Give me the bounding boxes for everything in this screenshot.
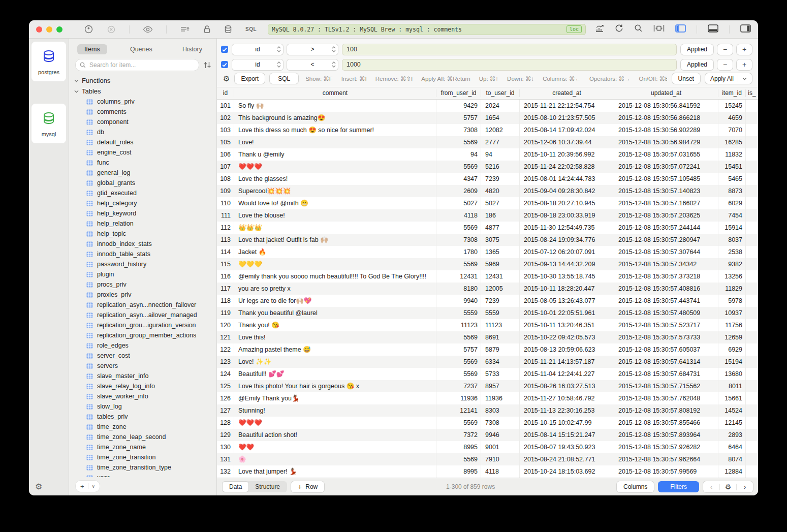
sidebar-table-item[interactable]: columns_priv [74,97,216,107]
cell-item-id[interactable]: 15914 [718,222,746,234]
cell-comment[interactable]: Beautiful action shot! [234,429,436,441]
sidebar-table-item[interactable]: func [74,158,216,168]
cell-created-at[interactable]: 2015-08-05 13:26:43.077 [520,295,614,307]
cell-created-at[interactable]: 2015-09-13 14:44:32.209 [520,258,614,270]
cell-from-user-id[interactable]: 11936 [436,392,481,404]
cell-updated-at[interactable]: 2015-12-08 15:30:57.280947 [614,234,718,246]
cell-comment[interactable]: Love! ✨✨ [234,356,436,368]
cell-is[interactable] [746,100,758,112]
cell-item-id[interactable]: 6464 [718,441,746,453]
cell-to-user-id[interactable]: 5969 [481,258,520,270]
cell-updated-at[interactable]: 2015-12-08 15:30:57.307644 [614,246,718,258]
filter-enabled-checkbox[interactable] [221,46,228,53]
sql-button[interactable]: SQL [270,73,298,84]
cell-updated-at[interactable]: 2015-12-08 15:30:57.166027 [614,197,718,209]
cell-from-user-id[interactable]: 9940 [436,295,481,307]
cell-comment[interactable]: Love the blouse! [234,209,436,222]
cell-item-id[interactable]: 15194 [718,356,746,368]
unset-button[interactable]: Unset [672,73,700,84]
sidebar-table-item[interactable]: user [74,473,216,477]
table-row[interactable]: 124 Beautiful!! 💕💕 5569 5733 2015-11-04 … [217,368,758,380]
cell-from-user-id[interactable]: 5569 [436,136,481,148]
table-row[interactable]: 110 Would love to! @mith 😬 5027 5027 201… [217,197,758,209]
column-header-item-id[interactable]: item_id [718,89,746,97]
cell-comment[interactable]: ❤️❤️❤️ [234,161,436,173]
table-row[interactable]: 130 ❤️❤️ 8995 9001 2015-08-07 19:43:50.9… [217,441,758,453]
cell-from-user-id[interactable]: 12431 [436,270,481,283]
cell-id[interactable]: 103 [217,124,234,136]
cell-updated-at[interactable]: 2015-12-08 15:30:57.140823 [614,185,718,197]
table-row[interactable]: 113 Love that jacket! Outfit is fab 🙌🏼 7… [217,234,758,246]
cell-to-user-id[interactable]: 5216 [481,161,520,173]
cell-updated-at[interactable]: 2015-12-08 15:30:57.373218 [614,270,718,283]
filter-value-input[interactable] [342,59,677,71]
remove-filter-button[interactable]: − [717,44,733,55]
cell-comment[interactable]: Thank you beautiful @laurel [234,307,436,319]
cell-is[interactable] [746,246,758,258]
sidebar-table-item[interactable]: replication_asyn...ailover_managed [74,310,216,320]
cell-is[interactable] [746,124,758,136]
sidebar-table-item[interactable]: servers [74,361,216,371]
columns-button[interactable]: Columns [617,481,654,492]
cell-to-user-id[interactable]: 7308 [481,417,520,429]
cell-is[interactable] [746,270,758,283]
cell-from-user-id[interactable]: 5559 [436,307,481,319]
cell-created-at[interactable]: 2015-11-30 12:54:49.735 [520,222,614,234]
filter-applied-button[interactable]: Applied [681,59,713,70]
table-row[interactable]: 108 Love the glasses! 4347 7239 2015-08-… [217,173,758,185]
refresh-icon[interactable] [615,24,623,35]
table-row[interactable]: 115 💛💛💛 5569 5969 2015-09-13 14:44:32.20… [217,258,758,270]
cell-to-user-id[interactable]: 12431 [481,270,520,283]
cell-id[interactable]: 129 [217,429,234,441]
cell-to-user-id[interactable]: 7910 [481,453,520,465]
cell-item-id[interactable]: 9382 [718,258,746,270]
table-row[interactable]: 120 Thank you! 😘 11123 11123 2015-10-11 … [217,319,758,331]
cell-created-at[interactable]: 2015-07-12 06:20:07.091 [520,246,614,258]
cell-from-user-id[interactable]: 7372 [436,429,481,441]
table-settings-gear-icon[interactable]: ⚙ [720,481,736,492]
cell-comment[interactable]: Love this dress so much 😍 so nice for su… [234,124,436,136]
column-header-updated-at[interactable]: updated_at [614,89,718,97]
cell-updated-at[interactable]: 2015-12-08 15:30:57.99569 [614,465,718,478]
cell-item-id[interactable]: 15245 [718,100,746,112]
filter-field-select[interactable]: id [232,44,283,55]
cell-item-id[interactable]: 8074 [718,453,746,465]
table-row[interactable]: 111 Love the blouse! 4118 186 2015-08-18… [217,209,758,222]
database-icon[interactable] [224,25,232,34]
search-icon[interactable] [634,24,643,35]
cell-from-user-id[interactable]: 5569 [436,222,481,234]
sidebar-table-item[interactable]: general_log [74,168,216,178]
cell-from-user-id[interactable]: 5569 [436,356,481,368]
filter-field-select[interactable]: id [232,59,283,70]
cell-is[interactable] [746,258,758,270]
cell-comment[interactable]: you are so pretty x [234,283,436,295]
disconnect-icon[interactable] [107,25,116,34]
tree-section-functions[interactable]: Functions [74,75,216,86]
cell-created-at[interactable]: 2015-08-14 15:15:21.247 [520,429,614,441]
cell-item-id[interactable]: 12884 [718,465,746,478]
toggle-left-panel-icon[interactable] [675,24,686,35]
cell-item-id[interactable]: 15451 [718,161,746,173]
sidebar-search[interactable] [75,59,199,71]
sidebar-table-item[interactable]: replication_grou...iguration_version [74,320,216,330]
cell-created-at[interactable]: 2015-08-18 20:27:10.945 [520,197,614,209]
remove-filter-button[interactable]: − [717,59,733,70]
cell-from-user-id[interactable]: 7237 [436,380,481,392]
column-header-comment[interactable]: comment [234,89,436,97]
sidebar-table-item[interactable]: server_cost [74,351,216,361]
table-row[interactable]: 128 ❤️❤️❤️ 5569 7308 2015-10-15 10:02:47… [217,417,758,429]
cell-from-user-id[interactable]: 5569 [436,417,481,429]
cell-item-id[interactable]: 5465 [718,173,746,185]
cell-comment[interactable]: Love the glasses! [234,173,436,185]
cell-id[interactable]: 110 [217,197,234,209]
cell-created-at[interactable]: 2015-09-04 09:28:30.842 [520,185,614,197]
apply-all-button[interactable]: Apply All [705,73,752,84]
cell-is[interactable] [746,136,758,148]
cell-to-user-id[interactable]: 7239 [481,173,520,185]
tree-section-tables[interactable]: Tables [74,86,216,97]
cell-item-id[interactable]: 8037 [718,234,746,246]
cell-id[interactable]: 120 [217,319,234,331]
column-header-created-at[interactable]: created_at [520,89,614,97]
cell-from-user-id[interactable]: 5757 [436,112,481,124]
cell-is[interactable] [746,197,758,209]
